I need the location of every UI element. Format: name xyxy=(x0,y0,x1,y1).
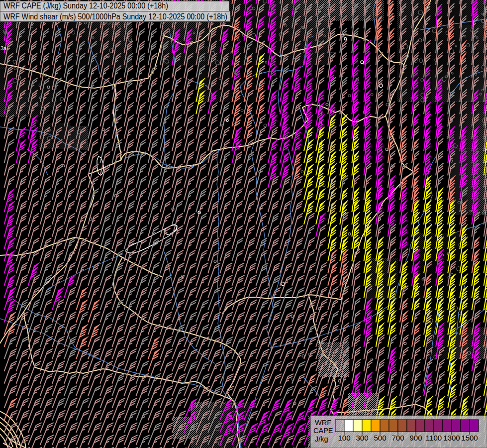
svg-text:300: 300 xyxy=(356,434,368,442)
svg-text:CAPE: CAPE xyxy=(313,427,333,435)
svg-text:1100: 1100 xyxy=(426,434,442,442)
svg-text:900: 900 xyxy=(409,434,422,442)
svg-text:1500: 1500 xyxy=(461,434,478,442)
svg-text:100: 100 xyxy=(338,434,350,442)
svg-text:WRF Wind shear (m/s) 500/1000h: WRF Wind shear (m/s) 500/1000hPa Sunday … xyxy=(3,12,227,21)
svg-text:J/kg: J/kg xyxy=(315,435,328,443)
svg-text:1300: 1300 xyxy=(443,434,460,442)
svg-text:500: 500 xyxy=(374,434,386,442)
svg-text:WRF CAPE (J/kg) Sunday 12-10-2: WRF CAPE (J/kg) Sunday 12-10-2025 00:00 … xyxy=(3,1,168,10)
svg-text:3a: 3a xyxy=(0,45,7,51)
svg-text:700: 700 xyxy=(391,434,404,442)
svg-text:WRF: WRF xyxy=(315,419,331,427)
